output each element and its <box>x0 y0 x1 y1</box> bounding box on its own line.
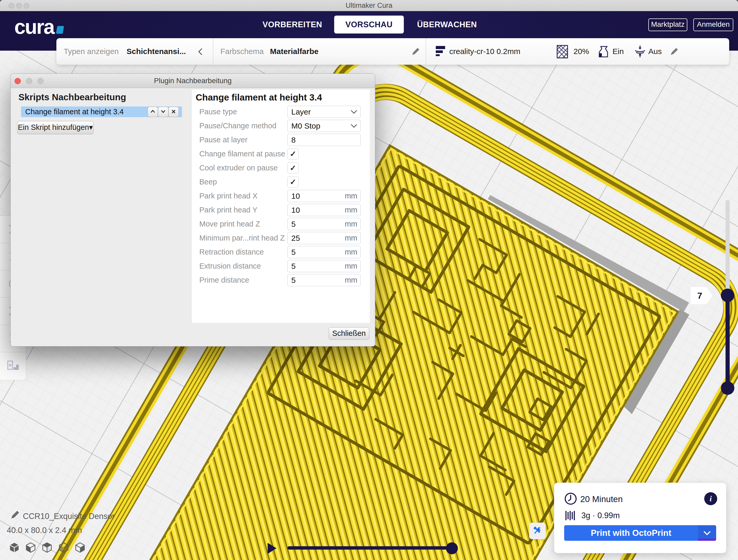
change-filament-checkbox[interactable]: ✓ <box>287 148 299 159</box>
field-row-pause-method: Pause/Change method M0 Stop <box>192 120 370 132</box>
tool-support-blocker-button[interactable] <box>0 352 26 379</box>
field-label: Move print head Z <box>199 218 260 230</box>
print-time-estimate: 20 Minuten <box>580 494 623 504</box>
cool-extruder-checkbox[interactable]: ✓ <box>287 162 299 173</box>
cura-app-window: Ultimaker Cura cura VORBEREITEN VORSCHAU… <box>0 0 738 560</box>
model-name: CCR10_Exquisite Densor <box>23 512 114 521</box>
field-label: Pause type <box>199 106 237 118</box>
rename-model-pencil-icon[interactable] <box>10 510 20 520</box>
path-slider-track[interactable] <box>287 546 452 550</box>
pause-at-layer-input[interactable]: 8 <box>287 134 361 146</box>
cura-logo-dot-icon <box>56 26 64 34</box>
input-value: 8 <box>291 134 296 146</box>
field-row-pause-type: Pause type Layer <box>192 106 370 118</box>
field-row-extrusion: Extrusion distance 5 mm <box>192 260 370 272</box>
marketplace-button[interactable]: Marktplatz <box>648 18 687 31</box>
field-row-retraction: Retraction distance 5 mm <box>192 246 370 258</box>
field-row-change-filament: Change filament at pause ✓ <box>192 148 370 160</box>
color-scheme-label: Farbschema <box>220 38 264 65</box>
view-front-button[interactable] <box>25 542 36 553</box>
layer-slider-bottom-handle[interactable] <box>721 381 734 395</box>
model-dimensions: 40.0 x 80.0 x 2.4 mm <box>7 526 82 535</box>
script-settings-heading: Change filament at height 3.4 <box>196 92 322 103</box>
collapse-chevron-icon[interactable] <box>198 48 203 55</box>
field-label: Beep <box>199 176 217 188</box>
scripts-heading: Skripts Nachbearbeitung <box>18 92 126 102</box>
park-head-y-input[interactable]: 10 mm <box>287 204 361 216</box>
input-value: 5 <box>291 274 296 286</box>
tab-vorschau[interactable]: VORSCHAU <box>334 16 404 33</box>
chevron-down-icon <box>351 110 357 114</box>
input-unit: mm <box>345 190 357 202</box>
extrusion-distance-input[interactable]: 5 mm <box>287 260 361 272</box>
select-value: M0 Stop <box>291 120 320 132</box>
tab-ueberwachen[interactable]: ÜBERWACHEN <box>409 16 485 33</box>
view-left-button[interactable] <box>58 542 69 553</box>
input-value: 10 <box>291 190 300 202</box>
input-unit: mm <box>345 274 357 286</box>
edit-pencil-icon[interactable] <box>411 47 420 56</box>
park-head-x-input[interactable]: 10 mm <box>287 190 361 202</box>
layer-height-icon <box>436 46 446 57</box>
chevron-down-icon <box>703 531 711 535</box>
play-button[interactable] <box>268 543 277 554</box>
cura-logo: cura <box>14 17 63 37</box>
dialog-title: Plugin Nachbearbeitung <box>11 74 375 88</box>
check-icon: ✓ <box>290 164 296 172</box>
adjust-settings-button[interactable] <box>529 523 546 539</box>
retraction-distance-input[interactable]: 5 mm <box>287 246 361 258</box>
print-options-dropdown[interactable] <box>698 525 716 541</box>
info-icon[interactable]: i <box>704 492 717 505</box>
dialog-titlebar[interactable]: Plugin Nachbearbeitung <box>11 74 375 88</box>
color-scheme-dropdown[interactable]: Materialfarbe <box>270 38 319 65</box>
dialog-close-action-button[interactable]: Schließen <box>329 327 369 340</box>
add-script-dropdown-button[interactable]: Ein Skript hinzufügen▾ <box>17 121 93 134</box>
input-value: 10 <box>291 204 300 216</box>
printer-profile[interactable]: creality-cr-10 0.2mm <box>449 38 520 65</box>
minimum-park-z-input[interactable]: 25 mm <box>287 232 361 244</box>
chevron-down-icon <box>351 124 357 128</box>
window-titlebar[interactable]: Ultimaker Cura <box>0 0 738 11</box>
signin-button[interactable]: Anmelden <box>693 18 733 31</box>
view-top-button[interactable] <box>41 542 53 553</box>
prime-distance-input[interactable]: 5 mm <box>287 274 361 286</box>
clock-icon <box>564 492 577 505</box>
script-settings-panel: Change filament at height 3.4 Pause type… <box>192 90 370 323</box>
field-row-park-y: Park print head Y 10 mm <box>192 204 370 216</box>
move-head-z-input[interactable]: 5 mm <box>287 218 361 230</box>
layer-slider-track-upper[interactable] <box>726 200 730 297</box>
octoprint-accent-strip <box>698 539 716 541</box>
select-value: Layer <box>291 106 311 118</box>
layer-slider-track-active[interactable] <box>726 295 730 388</box>
adhesion-icon <box>634 45 646 58</box>
field-row-beep: Beep ✓ <box>192 176 370 188</box>
field-row-minimum-park-z: Minimum par...rint head Z 25 mm <box>192 232 370 244</box>
adhesion-value[interactable]: Aus <box>648 38 662 65</box>
move-script-up-button[interactable] <box>147 107 158 117</box>
move-script-down-button[interactable] <box>158 107 168 117</box>
support-value[interactable]: Ein <box>613 38 624 65</box>
remove-script-button[interactable]: × <box>168 107 179 117</box>
field-row-cool-extruder: Cool extruder on pause ✓ <box>192 162 370 174</box>
tab-vorbereiten[interactable]: VORBEREITEN <box>255 16 330 33</box>
path-slider-knob[interactable] <box>446 542 458 554</box>
pause-method-select[interactable]: M0 Stop <box>287 120 361 132</box>
edit-print-settings-pencil-icon[interactable] <box>670 47 679 56</box>
input-unit: mm <box>345 232 357 244</box>
print-with-octoprint-button[interactable]: Print with OctoPrint <box>564 525 716 541</box>
view-toolbar: Typen anzeigen Schichtenansi... Farbsche… <box>56 38 729 65</box>
input-value: 5 <box>291 260 296 272</box>
view-type-dropdown[interactable]: Schichtenansi... <box>126 38 186 65</box>
infill-value[interactable]: 20% <box>574 38 589 65</box>
layer-slider-top-handle[interactable] <box>721 289 734 302</box>
field-label: Change filament at pause <box>199 148 285 160</box>
view-right-button[interactable] <box>74 542 86 553</box>
pause-type-select[interactable]: Layer <box>287 106 361 118</box>
view-3d-button[interactable] <box>9 542 20 553</box>
check-icon: ✓ <box>290 178 296 186</box>
beep-checkbox[interactable]: ✓ <box>287 176 299 187</box>
toolbar-divider <box>426 38 426 65</box>
input-unit: mm <box>345 246 357 258</box>
field-label: Retraction distance <box>199 246 264 258</box>
toolbar-divider <box>213 38 213 65</box>
